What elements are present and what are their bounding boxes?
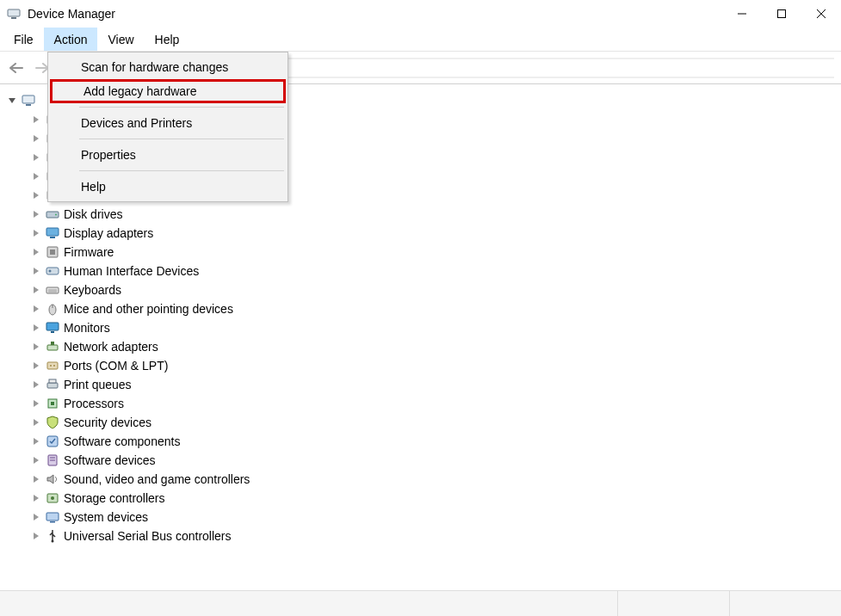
tree-item[interactable]: Print queues	[31, 375, 838, 394]
menu-view[interactable]: View	[97, 28, 144, 51]
svg-rect-28	[47, 345, 58, 350]
close-button[interactable]	[801, 0, 841, 28]
svg-rect-0	[8, 9, 20, 16]
tree-item-label: Ports (COM & LPT)	[64, 359, 168, 373]
expand-icon[interactable]	[31, 362, 41, 369]
tree-item-label: Display adapters	[64, 226, 153, 240]
tree-item[interactable]: Network adapters	[31, 337, 838, 356]
svg-rect-27	[51, 331, 54, 333]
keyboard-icon	[45, 283, 60, 297]
expand-icon[interactable]	[31, 495, 41, 502]
expand-icon[interactable]	[7, 97, 17, 104]
expand-icon[interactable]	[31, 249, 41, 256]
tree-item[interactable]: Software components	[31, 432, 838, 451]
monitor-icon	[45, 321, 60, 335]
tree-item[interactable]: System devices	[31, 508, 838, 527]
expand-icon[interactable]	[31, 154, 41, 161]
expand-icon[interactable]	[31, 400, 41, 407]
menu-devices-printers[interactable]: Devices and Printers	[50, 111, 286, 135]
expand-icon[interactable]	[31, 173, 41, 180]
svg-rect-16	[50, 237, 55, 238]
expand-icon[interactable]	[31, 419, 41, 426]
expand-icon[interactable]	[31, 230, 41, 237]
tree-item[interactable]: Universal Serial Bus controllers	[31, 527, 838, 545]
svg-point-45	[52, 540, 54, 543]
menu-separator	[79, 170, 284, 171]
status-bar	[0, 590, 841, 616]
window-title: Device Manager	[28, 7, 722, 21]
swcomp-icon	[45, 434, 60, 448]
tree-item[interactable]: Ports (COM & LPT)	[31, 356, 838, 375]
printer-icon	[45, 378, 60, 391]
menu-add-legacy-hardware[interactable]: Add legacy hardware	[50, 79, 286, 103]
svg-rect-30	[47, 362, 58, 369]
app-icon	[7, 7, 21, 21]
svg-rect-6	[22, 95, 34, 103]
tree-item[interactable]: Software devices	[31, 451, 838, 470]
display-icon	[45, 226, 60, 240]
menu-properties[interactable]: Properties	[50, 143, 286, 167]
expand-icon[interactable]	[31, 268, 41, 274]
svg-rect-1	[11, 17, 16, 19]
tree-item-label: Print queues	[64, 378, 132, 391]
tree-item[interactable]: Monitors	[31, 318, 838, 337]
expand-icon[interactable]	[31, 211, 41, 218]
tree-item-label: Disk drives	[64, 207, 122, 221]
tree-item-label: Software devices	[64, 453, 156, 467]
expand-icon[interactable]	[31, 514, 41, 521]
tree-item-label: Sound, video and game controllers	[64, 472, 250, 486]
tree-item[interactable]: Disk drives	[31, 205, 838, 224]
expand-icon[interactable]	[31, 324, 41, 331]
svg-rect-34	[49, 379, 56, 383]
expand-icon[interactable]	[31, 116, 41, 123]
back-button[interactable]	[7, 59, 26, 77]
expand-icon[interactable]	[31, 343, 41, 350]
tree-item[interactable]: Processors	[31, 394, 838, 413]
expand-icon[interactable]	[31, 476, 41, 483]
tree-item[interactable]: Human Interface Devices	[31, 262, 838, 280]
action-dropdown: Scan for hardware changes Add legacy har…	[47, 52, 288, 202]
hid-icon	[45, 264, 60, 278]
tree-item-label: Storage controllers	[64, 491, 165, 505]
svg-rect-26	[46, 323, 59, 330]
tree-item[interactable]: Sound, video and game controllers	[31, 470, 838, 489]
sound-icon	[45, 472, 60, 486]
svg-point-42	[51, 496, 54, 500]
menu-help[interactable]: Help	[145, 28, 190, 51]
expand-icon[interactable]	[31, 438, 41, 445]
tree-item[interactable]: Keyboards	[31, 280, 838, 299]
svg-point-31	[50, 365, 52, 367]
svg-rect-36	[51, 402, 54, 405]
tree-item[interactable]: Display adapters	[31, 224, 838, 243]
maximize-button[interactable]	[762, 0, 801, 28]
expand-icon[interactable]	[31, 135, 41, 142]
tree-item-label: Network adapters	[64, 340, 158, 354]
svg-rect-7	[26, 104, 31, 106]
minimize-button[interactable]	[722, 0, 762, 28]
ports-icon	[45, 359, 60, 373]
menu-scan-hardware[interactable]: Scan for hardware changes	[50, 55, 286, 79]
expand-icon[interactable]	[31, 457, 41, 464]
security-icon	[45, 416, 60, 429]
svg-rect-43	[46, 513, 59, 521]
expand-icon[interactable]	[31, 305, 41, 312]
svg-point-32	[53, 365, 55, 367]
menu-file[interactable]: File	[3, 28, 44, 51]
computer-icon	[21, 94, 36, 108]
expand-icon[interactable]	[31, 533, 41, 539]
tree-item-label: Mice and other pointing devices	[64, 302, 233, 316]
tree-item[interactable]: Mice and other pointing devices	[31, 299, 838, 318]
expand-icon[interactable]	[31, 286, 41, 293]
svg-rect-29	[51, 342, 54, 345]
tree-item-label: Monitors	[64, 321, 110, 335]
tree-item[interactable]: Security devices	[31, 413, 838, 432]
expand-icon[interactable]	[31, 381, 41, 388]
tree-item-label: Firmware	[64, 245, 114, 259]
mouse-icon	[45, 302, 60, 316]
expand-icon[interactable]	[31, 192, 41, 199]
tree-item[interactable]: Storage controllers	[31, 489, 838, 508]
tree-item[interactable]: Firmware	[31, 243, 838, 262]
menu-action[interactable]: Action	[44, 28, 98, 51]
svg-point-20	[49, 270, 52, 273]
menu-help[interactable]: Help	[50, 175, 286, 199]
